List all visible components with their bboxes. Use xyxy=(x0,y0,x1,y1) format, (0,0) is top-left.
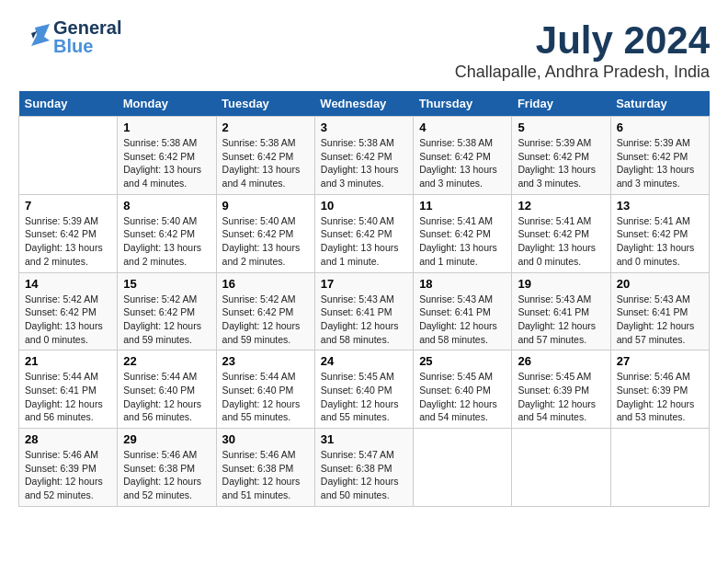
cell-content: Sunrise: 5:39 AMSunset: 6:42 PMDaylight:… xyxy=(25,214,111,269)
week-row-2: 7Sunrise: 5:39 AMSunset: 6:42 PMDaylight… xyxy=(19,194,710,272)
cell-content: Sunrise: 5:39 AMSunset: 6:42 PMDaylight:… xyxy=(617,136,703,190)
col-header-friday: Friday xyxy=(512,91,610,117)
cell-content: Sunrise: 5:43 AMSunset: 6:41 PMDaylight:… xyxy=(518,293,604,347)
cell-content: Sunrise: 5:41 AMSunset: 6:42 PMDaylight:… xyxy=(419,214,506,269)
cell-content: Sunrise: 5:44 AMSunset: 6:40 PMDaylight:… xyxy=(123,370,210,424)
day-number: 4 xyxy=(419,121,506,134)
cell-content: Sunrise: 5:39 AMSunset: 6:42 PMDaylight:… xyxy=(518,136,604,190)
day-number: 24 xyxy=(321,354,407,368)
cell-content: Sunrise: 5:46 AMSunset: 6:38 PMDaylight:… xyxy=(222,448,309,502)
cell-content: Sunrise: 5:41 AMSunset: 6:42 PMDaylight:… xyxy=(617,214,703,269)
cell-content: Sunrise: 5:42 AMSunset: 6:42 PMDaylight:… xyxy=(222,293,309,347)
day-number: 1 xyxy=(123,121,210,134)
cell-content: Sunrise: 5:47 AMSunset: 6:38 PMDaylight:… xyxy=(321,448,407,502)
day-number: 28 xyxy=(25,432,111,446)
day-number: 30 xyxy=(222,432,309,446)
day-number: 19 xyxy=(518,277,604,291)
calendar-cell: 19Sunrise: 5:43 AMSunset: 6:41 PMDayligh… xyxy=(512,272,610,350)
day-number: 22 xyxy=(123,354,210,368)
calendar-table: SundayMondayTuesdayWednesdayThursdayFrid… xyxy=(18,91,710,507)
cell-content: Sunrise: 5:42 AMSunset: 6:42 PMDaylight:… xyxy=(123,293,210,347)
col-header-wednesday: Wednesday xyxy=(314,91,413,117)
day-number: 10 xyxy=(321,199,407,213)
calendar-cell: 1Sunrise: 5:38 AMSunset: 6:42 PMDaylight… xyxy=(118,117,216,195)
calendar-cell: 9Sunrise: 5:40 AMSunset: 6:42 PMDaylight… xyxy=(216,194,314,272)
day-number: 7 xyxy=(25,199,111,213)
col-header-thursday: Thursday xyxy=(414,91,512,117)
calendar-cell: 31Sunrise: 5:47 AMSunset: 6:38 PMDayligh… xyxy=(314,429,413,507)
calendar-cell: 30Sunrise: 5:46 AMSunset: 6:38 PMDayligh… xyxy=(216,429,314,507)
calendar-cell: 12Sunrise: 5:41 AMSunset: 6:42 PMDayligh… xyxy=(512,194,610,272)
calendar-cell: 17Sunrise: 5:43 AMSunset: 6:41 PMDayligh… xyxy=(314,272,413,350)
cell-content: Sunrise: 5:44 AMSunset: 6:41 PMDaylight:… xyxy=(25,370,111,424)
day-number: 11 xyxy=(419,199,506,213)
logo-general: General xyxy=(53,18,121,37)
cell-content: Sunrise: 5:46 AMSunset: 6:38 PMDaylight:… xyxy=(123,448,210,502)
cell-content: Sunrise: 5:44 AMSunset: 6:40 PMDaylight:… xyxy=(222,370,309,424)
calendar-cell: 18Sunrise: 5:43 AMSunset: 6:41 PMDayligh… xyxy=(414,272,512,350)
day-number: 18 xyxy=(419,277,506,291)
calendar-cell: 13Sunrise: 5:41 AMSunset: 6:42 PMDayligh… xyxy=(610,194,709,272)
week-row-4: 21Sunrise: 5:44 AMSunset: 6:41 PMDayligh… xyxy=(19,350,710,429)
logo: General Blue xyxy=(18,18,121,55)
calendar-cell: 14Sunrise: 5:42 AMSunset: 6:42 PMDayligh… xyxy=(19,272,118,350)
calendar-cell: 6Sunrise: 5:39 AMSunset: 6:42 PMDaylight… xyxy=(610,117,709,195)
calendar-cell: 27Sunrise: 5:46 AMSunset: 6:39 PMDayligh… xyxy=(610,350,709,429)
calendar-cell: 26Sunrise: 5:45 AMSunset: 6:39 PMDayligh… xyxy=(512,350,610,429)
calendar-cell xyxy=(414,429,512,507)
logo-blue: Blue xyxy=(53,37,121,55)
cell-content: Sunrise: 5:45 AMSunset: 6:39 PMDaylight:… xyxy=(518,370,604,424)
location-subtitle: Challapalle, Andhra Pradesh, India xyxy=(455,63,710,82)
cell-content: Sunrise: 5:38 AMSunset: 6:42 PMDaylight:… xyxy=(321,136,407,190)
week-row-5: 28Sunrise: 5:46 AMSunset: 6:39 PMDayligh… xyxy=(19,429,710,507)
page-header: General Blue July 2024 Challapalle, Andh… xyxy=(18,18,710,82)
calendar-cell: 15Sunrise: 5:42 AMSunset: 6:42 PMDayligh… xyxy=(118,272,216,350)
calendar-cell xyxy=(512,429,610,507)
cell-content: Sunrise: 5:40 AMSunset: 6:42 PMDaylight:… xyxy=(123,214,210,269)
calendar-cell: 3Sunrise: 5:38 AMSunset: 6:42 PMDaylight… xyxy=(314,117,413,195)
day-number: 14 xyxy=(25,277,111,291)
day-number: 26 xyxy=(518,354,604,368)
cell-content: Sunrise: 5:38 AMSunset: 6:42 PMDaylight:… xyxy=(419,136,506,190)
col-header-monday: Monday xyxy=(118,91,216,117)
day-number: 13 xyxy=(617,199,703,213)
calendar-cell: 29Sunrise: 5:46 AMSunset: 6:38 PMDayligh… xyxy=(118,429,216,507)
day-number: 3 xyxy=(321,121,407,134)
calendar-cell: 7Sunrise: 5:39 AMSunset: 6:42 PMDaylight… xyxy=(19,194,118,272)
day-number: 20 xyxy=(617,277,703,291)
day-number: 2 xyxy=(222,121,309,134)
day-number: 15 xyxy=(123,277,210,291)
calendar-cell xyxy=(610,429,709,507)
week-row-3: 14Sunrise: 5:42 AMSunset: 6:42 PMDayligh… xyxy=(19,272,710,350)
day-number: 5 xyxy=(518,121,604,134)
day-number: 25 xyxy=(419,354,506,368)
col-header-sunday: Sunday xyxy=(19,91,118,117)
calendar-cell: 22Sunrise: 5:44 AMSunset: 6:40 PMDayligh… xyxy=(118,350,216,429)
calendar-cell xyxy=(19,117,118,195)
month-year-title: July 2024 xyxy=(455,18,710,63)
cell-content: Sunrise: 5:42 AMSunset: 6:42 PMDaylight:… xyxy=(25,293,111,347)
day-number: 16 xyxy=(222,277,309,291)
calendar-cell: 10Sunrise: 5:40 AMSunset: 6:42 PMDayligh… xyxy=(314,194,413,272)
calendar-cell: 8Sunrise: 5:40 AMSunset: 6:42 PMDaylight… xyxy=(118,194,216,272)
cell-content: Sunrise: 5:40 AMSunset: 6:42 PMDaylight:… xyxy=(321,214,407,269)
calendar-cell: 21Sunrise: 5:44 AMSunset: 6:41 PMDayligh… xyxy=(19,350,118,429)
cell-content: Sunrise: 5:45 AMSunset: 6:40 PMDaylight:… xyxy=(419,370,506,424)
day-number: 12 xyxy=(518,199,604,213)
day-number: 29 xyxy=(123,432,210,446)
col-header-saturday: Saturday xyxy=(610,91,709,117)
cell-content: Sunrise: 5:38 AMSunset: 6:42 PMDaylight:… xyxy=(222,136,309,190)
cell-content: Sunrise: 5:45 AMSunset: 6:40 PMDaylight:… xyxy=(321,370,407,424)
day-number: 17 xyxy=(321,277,407,291)
day-number: 23 xyxy=(222,354,309,368)
day-number: 27 xyxy=(617,354,703,368)
day-number: 21 xyxy=(25,354,111,368)
calendar-cell: 20Sunrise: 5:43 AMSunset: 6:41 PMDayligh… xyxy=(610,272,709,350)
title-block: July 2024 Challapalle, Andhra Pradesh, I… xyxy=(455,18,710,82)
calendar-cell: 16Sunrise: 5:42 AMSunset: 6:42 PMDayligh… xyxy=(216,272,314,350)
calendar-cell: 2Sunrise: 5:38 AMSunset: 6:42 PMDaylight… xyxy=(216,117,314,195)
cell-content: Sunrise: 5:43 AMSunset: 6:41 PMDaylight:… xyxy=(617,293,703,347)
logo-icon xyxy=(18,24,50,50)
day-number: 31 xyxy=(321,432,407,446)
day-number: 9 xyxy=(222,199,309,213)
